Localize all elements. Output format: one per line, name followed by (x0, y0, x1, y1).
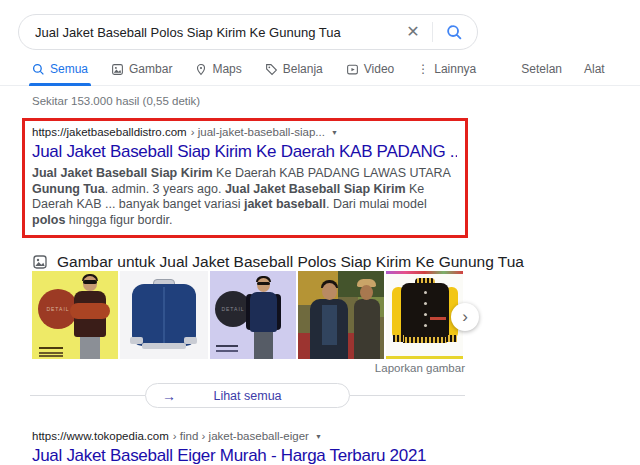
images-icon (111, 63, 124, 76)
tab-semua[interactable]: Semua (32, 62, 88, 76)
image-thumbnail-model-red-jacket[interactable]: DETAIL (32, 271, 118, 359)
map-pin-icon (195, 63, 207, 76)
breadcrumb-path: › find › jaket-baseball-eiger (173, 430, 309, 442)
chevron-down-icon[interactable]: ▼ (331, 129, 338, 136)
tab-label: Belanja (283, 62, 323, 76)
tab-label: Gambar (129, 62, 172, 76)
images-icon (32, 254, 48, 270)
search-box[interactable]: ✕ (18, 14, 478, 50)
result-title-link[interactable]: Jual Jaket Baseball Siap Kirim Ke Daerah… (32, 142, 457, 162)
result-stats: Sekitar 153.000 hasil (0,55 detik) (32, 95, 640, 107)
image-thumbnail-street-photo[interactable] (298, 271, 384, 359)
tab-maps[interactable]: Maps (195, 62, 241, 76)
tab-gambar[interactable]: Gambar (111, 62, 172, 76)
image-thumbnail-model-navy-jacket[interactable]: DETAIL (210, 271, 296, 359)
search-icon (446, 24, 463, 41)
images-section-header: Gambar untuk Jual Jaket Baseball Polos S… (32, 253, 640, 271)
tab-video[interactable]: Video (346, 62, 394, 76)
view-all-row: → Lihat semua (30, 383, 465, 408)
tab-label: Video (364, 62, 394, 76)
image-thumbnail-navy-bomber[interactable] (120, 271, 208, 359)
result-snippet: Jual Jaket Baseball Siap Kirim Ke Daerah… (32, 166, 462, 228)
search-submit-button[interactable] (439, 19, 469, 45)
breadcrumb-path: › jual-jaket-baseball-siap... (191, 126, 325, 138)
breadcrumb[interactable]: https://www.tokopedia.com › find › jaket… (32, 430, 465, 442)
settings-button[interactable]: Setelan (521, 62, 562, 76)
shopping-tag-icon (265, 63, 278, 76)
breadcrumb-domain: https://www.tokopedia.com (32, 430, 169, 442)
tab-lainnya[interactable]: ⋮ Lainnya (417, 62, 476, 76)
highlighted-result-box: https://jaketbaseballdistro.com › jual-j… (22, 118, 468, 238)
search-icon (32, 63, 45, 76)
more-dots-icon: ⋮ (417, 62, 429, 76)
divider-line (350, 395, 465, 396)
search-bar-region: ✕ (0, 0, 640, 50)
search-input[interactable] (35, 25, 400, 40)
tab-label: Semua (50, 62, 88, 76)
tab-bar: Semua Gambar Maps Belanja Video (0, 62, 640, 86)
tab-belanja[interactable]: Belanja (265, 62, 323, 76)
images-section-heading[interactable]: Gambar untuk Jual Jaket Baseball Polos S… (57, 253, 524, 271)
tab-label: Maps (212, 62, 241, 76)
carousel-next-button[interactable]: › (451, 303, 479, 331)
chevron-down-icon[interactable]: ▼ (315, 433, 322, 440)
report-images-link[interactable]: Laporkan gambar (32, 362, 465, 374)
video-icon (346, 63, 359, 76)
view-all-button[interactable]: → Lihat semua (145, 383, 350, 408)
arrow-right-icon: → (162, 388, 176, 404)
tab-label: Lainnya (434, 62, 476, 76)
image-carousel: DETAIL DETAIL (32, 271, 465, 359)
search-result: https://www.tokopedia.com › find › jaket… (32, 430, 465, 465)
clear-search-icon[interactable]: ✕ (400, 19, 426, 45)
tools-button[interactable]: Alat (584, 62, 605, 76)
breadcrumb-domain: https://jaketbaseballdistro.com (32, 126, 187, 138)
search-divider (432, 22, 433, 42)
result-title-link[interactable]: Jual Jaket Baseball Eiger Murah - Harga … (32, 446, 465, 465)
view-all-label: Lihat semua (213, 389, 281, 403)
breadcrumb[interactable]: https://jaketbaseballdistro.com › jual-j… (32, 126, 457, 138)
divider-line (30, 395, 145, 396)
